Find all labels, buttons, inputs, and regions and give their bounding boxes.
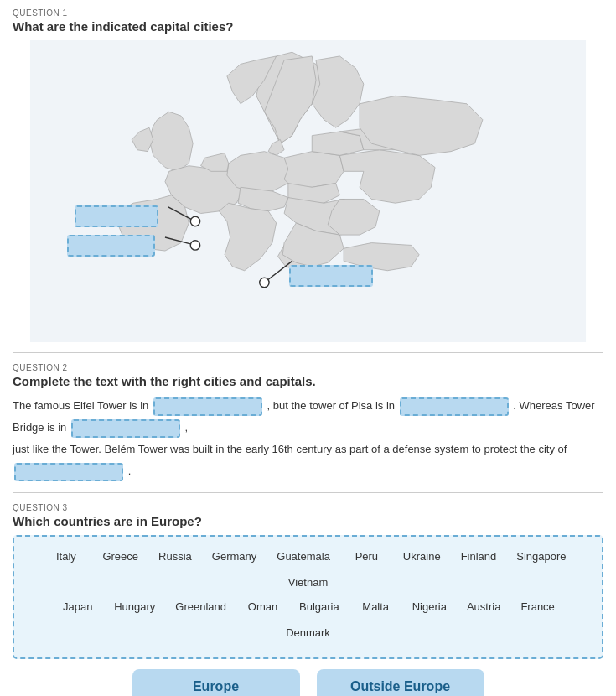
country-chip-oman[interactable]: Oman <box>240 597 286 616</box>
countries-row-2: Japan Hungary Greenland Oman Bulgaria Ma… <box>31 597 585 642</box>
divider-2 <box>13 492 603 493</box>
drop-zone-europe-label: Europe <box>193 679 239 694</box>
map-answer-box-2[interactable] <box>67 235 155 257</box>
q2-text: The famous Eifel Tower is in , but the t… <box>13 395 603 482</box>
country-chip-russia[interactable]: Russia <box>152 547 199 566</box>
q2-label: QUESTION 2 <box>13 363 603 372</box>
svg-point-4 <box>190 241 199 250</box>
country-chip-greenland[interactable]: Greenland <box>168 597 233 616</box>
map-answer-box-3[interactable] <box>289 265 373 287</box>
q1-label: QUESTION 1 <box>13 8 603 18</box>
europe-map-svg <box>13 40 603 342</box>
countries-pool: Italy Greece Russia Germany Guatemala Pe… <box>13 535 603 659</box>
q1-title: What are the indicated capital cities? <box>13 19 603 34</box>
svg-point-6 <box>260 278 269 287</box>
country-chip-germany[interactable]: Germany <box>205 547 263 566</box>
q2-text-part-2: , but the tower of Pisa is in <box>267 399 395 412</box>
question-2: QUESTION 2 Complete the text with the ri… <box>13 363 603 482</box>
q2-text-part-5: just like the Tower. Belém Tower was bui… <box>13 443 567 455</box>
country-chip-singapore[interactable]: Singapore <box>510 547 572 566</box>
country-chip-malta[interactable]: Malta <box>353 597 399 616</box>
q3-title: Which countries are in Europe? <box>13 514 603 528</box>
q2-text-part-4: , <box>185 421 189 434</box>
q2-title: Complete the text with the right cities … <box>13 374 603 388</box>
drop-zone-europe[interactable]: Europe <box>132 669 300 696</box>
question-3: QUESTION 3 Which countries are in Europe… <box>13 503 603 696</box>
country-chip-nigeria[interactable]: Nigeria <box>406 597 453 616</box>
country-chip-japan[interactable]: Japan <box>54 597 101 616</box>
country-chip-austria[interactable]: Austria <box>460 597 507 616</box>
q3-label: QUESTION 3 <box>13 503 603 512</box>
q2-input-2[interactable] <box>400 397 509 416</box>
map-answer-box-1[interactable] <box>75 205 158 227</box>
country-chip-greece[interactable]: Greece <box>96 547 145 566</box>
country-chip-vietnam[interactable]: Vietnam <box>282 573 334 592</box>
country-chip-france[interactable]: France <box>514 597 561 616</box>
question-1: QUESTION 1 What are the indicated capita… <box>13 8 603 342</box>
drop-zones: Europe Outside Europe <box>13 669 603 696</box>
q2-text-part-1: The famous Eifel Tower is in <box>13 399 148 412</box>
country-chip-bulgaria[interactable]: Bulgaria <box>292 597 346 616</box>
countries-row-1: Italy Greece Russia Germany Guatemala Pe… <box>31 547 585 592</box>
q2-text-part-6: . <box>128 465 132 477</box>
map-container <box>13 40 603 342</box>
divider-1 <box>13 352 603 353</box>
svg-point-3 <box>190 216 199 226</box>
country-chip-italy[interactable]: Italy <box>43 547 89 566</box>
q2-input-3[interactable] <box>71 419 180 438</box>
country-chip-finland[interactable]: Finland <box>454 547 504 566</box>
country-chip-peru[interactable]: Peru <box>344 547 390 566</box>
country-chip-guatemala[interactable]: Guatemala <box>270 547 337 566</box>
country-chip-denmark[interactable]: Denmark <box>279 623 337 642</box>
drop-zone-outside-europe-label: Outside Europe <box>350 679 450 694</box>
drop-zone-outside-europe[interactable]: Outside Europe <box>317 669 484 696</box>
country-chip-hungary[interactable]: Hungary <box>107 597 162 616</box>
country-chip-ukraine[interactable]: Ukraine <box>396 547 448 566</box>
q2-input-1[interactable] <box>153 397 262 416</box>
q2-input-4[interactable] <box>14 463 123 481</box>
